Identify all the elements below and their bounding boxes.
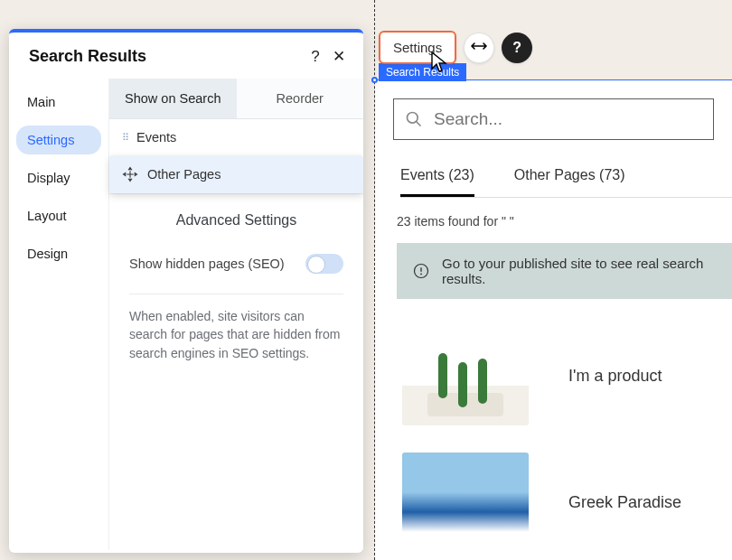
tab-events[interactable]: Events (23) [400, 160, 474, 197]
drag-item-label: Events [136, 130, 176, 145]
result-tabs: Events (23) Other Pages (73) [400, 160, 732, 198]
drag-item-label: Other Pages [147, 167, 221, 182]
move-icon [122, 166, 138, 182]
panel-help-button[interactable]: ? [304, 48, 327, 66]
subtab-reorder[interactable]: Reorder [237, 79, 364, 118]
nav-main[interactable]: Main [16, 88, 101, 117]
result-item[interactable]: Greek Paradise [402, 453, 732, 552]
side-nav: Main Settings Display Layout Design [9, 79, 108, 550]
preview-panel: Events (23) Other Pages (73) 23 items fo… [375, 79, 732, 560]
svg-point-0 [408, 113, 418, 124]
divider [129, 294, 343, 294]
close-icon[interactable]: ✕ [327, 47, 351, 66]
result-title: Greek Paradise [568, 493, 681, 512]
tab-other-pages[interactable]: Other Pages (73) [514, 160, 625, 197]
info-banner: Go to your published site to see real se… [397, 243, 732, 299]
settings-panel: Search Results ? ✕ Main Settings Display… [9, 29, 363, 553]
seo-toggle[interactable] [305, 254, 343, 274]
help-icon: ? [512, 40, 521, 56]
resize-handle[interactable] [371, 77, 378, 83]
info-banner-text: Go to your published site to see real se… [442, 256, 723, 286]
search-bar[interactable] [393, 98, 714, 140]
nav-display[interactable]: Display [16, 163, 101, 192]
result-thumbnail [402, 326, 529, 425]
drag-item-other-pages[interactable]: Other Pages [109, 155, 363, 193]
seo-help-text: When enabled, site visitors can search f… [109, 307, 363, 362]
panel-title: Search Results [29, 47, 304, 66]
drag-item-events[interactable]: ⠿ Events [109, 119, 363, 155]
settings-button[interactable]: Settings [379, 31, 456, 64]
seo-toggle-row: Show hidden pages (SEO) [109, 243, 363, 285]
info-icon [413, 263, 429, 279]
nav-settings[interactable]: Settings [16, 126, 101, 154]
stretch-button[interactable] [464, 33, 494, 63]
subtab-show-on-search[interactable]: Show on Search [109, 79, 237, 118]
drag-handle-icon[interactable]: ⠿ [122, 132, 127, 144]
results-count-text: 23 items found for " " [397, 214, 732, 229]
result-item[interactable]: I'm a product [402, 326, 732, 425]
advanced-settings-heading: Advanced Settings [109, 193, 363, 243]
drag-list: ⠿ Events Other Pages [109, 119, 363, 193]
element-tooltip: Search Results [379, 63, 466, 81]
settings-button-label: Settings [393, 40, 442, 55]
seo-toggle-label: Show hidden pages (SEO) [129, 257, 305, 271]
nav-design[interactable]: Design [16, 239, 101, 268]
svg-line-1 [417, 122, 421, 126]
result-title: I'm a product [568, 367, 662, 386]
nav-layout[interactable]: Layout [16, 201, 101, 230]
result-thumbnail [402, 453, 529, 552]
stretch-icon [471, 40, 487, 56]
search-icon [405, 110, 423, 128]
search-input[interactable] [434, 109, 702, 129]
svg-point-4 [420, 273, 422, 275]
help-button[interactable]: ? [502, 33, 532, 63]
